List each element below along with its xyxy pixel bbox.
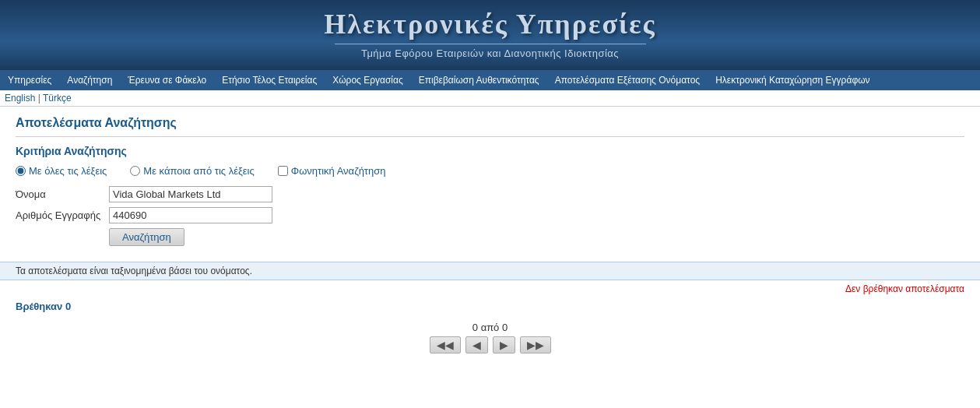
nav-link[interactable]: Αποτελέσματα Εξέτασης Ονόματος bbox=[547, 70, 708, 90]
radio-some-words-label[interactable]: Με κάποια από τις λέξεις bbox=[130, 165, 254, 177]
prev-page-button[interactable]: ◀ bbox=[465, 336, 488, 353]
nav-item: Αναζήτηση bbox=[59, 70, 120, 90]
search-criteria-section: Κριτήρια Αναζήτησης Με όλες τις λέξεις Μ… bbox=[0, 137, 980, 254]
nav-link[interactable]: Ετήσιο Τέλος Εταιρείας bbox=[214, 70, 325, 90]
pagination-controls: ◀◀ ◀ ▶ ▶▶ bbox=[6, 336, 974, 353]
nav-link[interactable]: Χώρος Εργασίας bbox=[325, 70, 411, 90]
nav-item: Χώρος Εργασίας bbox=[325, 70, 411, 90]
next-page-button[interactable]: ▶ bbox=[493, 336, 515, 353]
last-page-button[interactable]: ▶▶ bbox=[520, 336, 551, 353]
radio-some-words[interactable] bbox=[130, 166, 140, 176]
nav-link[interactable]: Υπηρεσίες bbox=[0, 70, 59, 90]
page-count: 0 από 0 bbox=[6, 322, 974, 333]
radio-some-words-text: Με κάποια από τις λέξεις bbox=[143, 165, 254, 177]
nav-item: Υπηρεσίες bbox=[0, 70, 59, 90]
results-info-bar: Τα αποτελέσματα είναι ταξινομημένα βάσει… bbox=[0, 262, 980, 280]
phonetic-checkbox[interactable] bbox=[278, 166, 288, 176]
reg-number-input[interactable] bbox=[109, 207, 272, 223]
page-header: Ηλεκτρονικές Υπηρεσίες Τμήμα Εφόρου Εται… bbox=[0, 0, 980, 70]
page-title: Αποτελέσματα Αναζήτησης bbox=[0, 107, 980, 136]
nav-item: Αποτελέσματα Εξέτασης Ονόματος bbox=[547, 70, 708, 90]
english-link[interactable]: English bbox=[5, 93, 35, 104]
sorted-message: Τα αποτελέσματα είναι ταξινομημένα βάσει… bbox=[16, 266, 252, 276]
site-subtitle: Τμήμα Εφόρου Εταιρειών και Διανοητικής Ι… bbox=[16, 47, 964, 59]
nav-item: Έρευνα σε Φάκελο bbox=[120, 70, 214, 90]
site-title: Ηλεκτρονικές Υπηρεσίες bbox=[16, 8, 964, 40]
search-button-row: Αναζήτηση bbox=[109, 228, 964, 246]
found-label: Βρέθηκαν bbox=[16, 301, 62, 312]
phonetic-search-label[interactable]: Φωνητική Αναζήτηση bbox=[278, 165, 386, 177]
search-button[interactable]: Αναζήτηση bbox=[109, 228, 184, 246]
pagination-area: 0 από 0 ◀◀ ◀ ▶ ▶▶ bbox=[0, 315, 980, 360]
radio-all-words[interactable] bbox=[16, 166, 26, 176]
header-divider bbox=[335, 44, 646, 44]
turkish-link[interactable]: Türkçe bbox=[43, 93, 72, 104]
phonetic-search-text: Φωνητική Αναζήτηση bbox=[291, 165, 386, 177]
nav-link[interactable]: Αναζήτηση bbox=[59, 70, 120, 90]
name-label: Όνομα bbox=[16, 188, 109, 200]
first-page-button[interactable]: ◀◀ bbox=[430, 336, 461, 353]
language-bar: English | Türkçe bbox=[0, 90, 980, 107]
nav-item: Ηλεκτρονική Καταχώρηση Εγγράφων bbox=[708, 70, 877, 90]
nav-item: Επιβεβαίωση Αυθεντικότητας bbox=[411, 70, 547, 90]
found-count: 0 bbox=[65, 301, 71, 312]
reg-number-label: Αριθμός Εγγραφής bbox=[16, 209, 109, 221]
no-results-message: Δεν βρέθηκαν αποτελέσματα bbox=[845, 283, 964, 294]
radio-all-words-text: Με όλες τις λέξεις bbox=[29, 165, 107, 177]
search-type-row: Με όλες τις λέξεις Με κάποια από τις λέξ… bbox=[16, 165, 964, 177]
no-results-bar: Δεν βρέθηκαν αποτελέσματα bbox=[0, 280, 980, 297]
nav-link[interactable]: Ηλεκτρονική Καταχώρηση Εγγράφων bbox=[708, 70, 877, 90]
nav-link[interactable]: Επιβεβαίωση Αυθεντικότητας bbox=[411, 70, 547, 90]
name-input[interactable] bbox=[109, 186, 272, 202]
nav-link[interactable]: Έρευνα σε Φάκελο bbox=[120, 70, 214, 90]
found-row: Βρέθηκαν 0 bbox=[0, 297, 980, 315]
search-criteria-title: Κριτήρια Αναζήτησης bbox=[16, 145, 964, 157]
nav-item: Ετήσιο Τέλος Εταιρείας bbox=[214, 70, 325, 90]
main-navigation: ΥπηρεσίεςΑναζήτησηΈρευνα σε ΦάκελοΕτήσιο… bbox=[0, 70, 980, 90]
name-field-row: Όνομα bbox=[16, 186, 964, 202]
radio-all-words-label[interactable]: Με όλες τις λέξεις bbox=[16, 165, 107, 177]
reg-number-field-row: Αριθμός Εγγραφής bbox=[16, 207, 964, 223]
